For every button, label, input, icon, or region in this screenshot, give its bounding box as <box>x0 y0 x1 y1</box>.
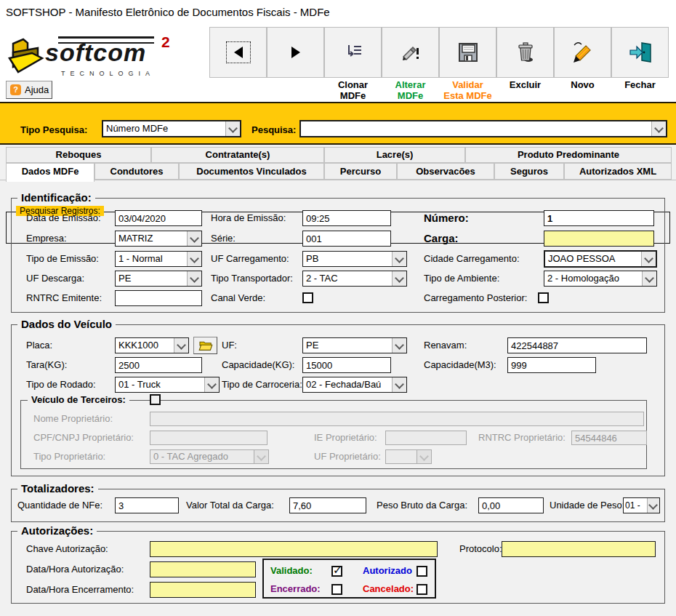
tab-seguros[interactable]: Seguros <box>494 163 564 180</box>
pesquisa-select[interactable] <box>299 120 667 137</box>
chevron-down-icon <box>254 450 268 463</box>
cancelado-checkbox[interactable] <box>417 584 427 595</box>
excluir-button[interactable] <box>496 27 554 78</box>
tab-page-border <box>0 180 676 180</box>
rntrc-proprietario-input <box>571 431 647 445</box>
serie-input[interactable] <box>302 231 391 247</box>
carregamento-posterior-checkbox[interactable] <box>538 292 549 303</box>
cancelado-label: Cancelado: <box>363 581 414 597</box>
unidade-peso-select[interactable]: 01 - <box>623 497 660 513</box>
next-record-button[interactable] <box>267 27 324 78</box>
unidade-peso-label: Unidade de Peso: <box>550 497 624 513</box>
chevron-down-icon[interactable] <box>392 252 406 266</box>
buscar-placa-button[interactable] <box>193 337 217 354</box>
chevron-down-icon[interactable] <box>392 338 406 353</box>
brand-subtitle: TECNOLOGIA <box>61 70 155 77</box>
protocolo-input[interactable] <box>502 541 656 557</box>
help-button[interactable]: ? Ajuda <box>6 81 52 99</box>
uf-carregamento-label: UF Carregamento: <box>211 251 289 267</box>
chave-autorizacao-label: Chave Autorização: <box>26 541 108 557</box>
tab-observacoes[interactable]: Observacões <box>397 163 494 180</box>
fechar-button[interactable] <box>611 27 669 78</box>
clonar-mdfe-button[interactable] <box>324 27 382 78</box>
canal-verde-checkbox[interactable] <box>302 292 313 303</box>
tipo-emissao-select[interactable]: 1 - Normal <box>115 251 202 267</box>
chevron-down-icon[interactable] <box>204 377 219 392</box>
peso-bruto-input[interactable] <box>478 497 544 513</box>
chevron-down-icon[interactable] <box>641 252 656 266</box>
open-folder-icon <box>198 340 213 351</box>
empresa-label: Empresa: <box>26 231 67 247</box>
arrow-left-icon <box>234 47 243 58</box>
validado-checkbox[interactable] <box>331 566 342 577</box>
chevron-down-icon[interactable] <box>642 271 656 286</box>
fechar-label: Fechar <box>611 79 669 90</box>
alterar-mdfe-button[interactable] <box>382 27 439 78</box>
novo-button[interactable] <box>554 27 611 78</box>
totalizadores-title: Totalizadores: <box>17 482 98 495</box>
tab-percurso[interactable]: Percurso <box>324 163 397 180</box>
uf-carregamento-select[interactable]: PB <box>302 251 407 267</box>
chevron-down-icon[interactable] <box>187 231 201 246</box>
capacidade-kg-input[interactable] <box>302 357 391 373</box>
chevron-down-icon[interactable] <box>174 338 188 353</box>
valor-total-input[interactable] <box>289 497 366 513</box>
chevron-down-icon[interactable] <box>651 121 666 136</box>
tipo-ambiente-label: Tipo de Ambiente: <box>424 271 499 287</box>
hora-emissao-input[interactable] <box>302 210 391 226</box>
tipo-carroceria-select[interactable]: 02 - Fechada/Baú <box>302 377 407 393</box>
capacidade-kg-label: Capacidade(KG): <box>222 357 294 373</box>
chevron-down-icon[interactable] <box>187 252 201 266</box>
veiculo-terceiros-checkbox[interactable] <box>150 394 161 405</box>
previous-record-button[interactable] <box>209 27 267 78</box>
tab-lacres[interactable]: Lacre(s) <box>324 147 465 163</box>
cidade-carregamento-select[interactable]: JOAO PESSOA <box>544 250 657 268</box>
veiculo-title: Dados do Veículo <box>17 318 116 331</box>
placa-select[interactable]: KKK1000 <box>115 337 189 353</box>
empresa-select[interactable]: MATRIZ <box>115 231 202 247</box>
tab-dados-mdfe[interactable]: Dados MDFe <box>6 163 94 182</box>
carga-label: Carga: <box>424 231 459 247</box>
data-emissao-input[interactable] <box>115 210 202 226</box>
chevron-down-icon[interactable] <box>392 377 406 392</box>
capacidade-m3-input[interactable] <box>507 357 596 373</box>
chevron-down-icon[interactable] <box>225 121 240 136</box>
search-band: Pesquisar Registros: Tipo Pesquisa: Núme… <box>0 102 676 145</box>
data-encerramento-input[interactable] <box>150 582 256 598</box>
chevron-down-icon[interactable] <box>647 498 659 513</box>
carga-input[interactable] <box>544 231 654 247</box>
tab-documentos-vinculados[interactable]: Documentos Vinculados <box>179 163 324 180</box>
qtd-nfe-input[interactable] <box>115 497 179 513</box>
autorizado-checkbox[interactable] <box>417 566 427 577</box>
data-autorizacao-input[interactable] <box>150 561 256 577</box>
numero-input[interactable] <box>544 210 654 226</box>
data-emissao-label: Data de Emissão: <box>26 210 101 226</box>
tipo-pesquisa-select[interactable]: Número MDFe <box>102 120 241 137</box>
renavam-input[interactable] <box>507 337 647 353</box>
help-icon: ? <box>10 84 21 95</box>
tipo-ambiente-select[interactable]: 2 - Homologação <box>544 271 657 287</box>
tab-reboques[interactable]: Reboques <box>6 147 151 163</box>
tab-condutores[interactable]: Condutores <box>94 163 179 180</box>
tab-autorizados-xml[interactable]: Autorizados XML <box>564 163 672 180</box>
pesquisa-value <box>301 121 651 136</box>
tara-input[interactable] <box>115 357 202 373</box>
chave-autorizacao-input[interactable] <box>150 541 438 557</box>
tab-contratantes[interactable]: Contratante(s) <box>151 147 324 163</box>
capacidade-m3-label: Capacidade(M3): <box>424 357 496 373</box>
tipo-carroceria-label: Tipo de Carroceria: <box>222 377 302 393</box>
identificacao-title: Identificação: <box>17 191 95 204</box>
chevron-down-icon[interactable] <box>392 271 406 286</box>
nome-proprietario-input <box>150 412 644 426</box>
chevron-down-icon[interactable] <box>187 271 201 286</box>
encerrado-checkbox[interactable] <box>331 584 342 595</box>
tipo-transportador-select[interactable]: 2 - TAC <box>302 271 407 287</box>
rntrc-emitente-input[interactable] <box>115 290 202 306</box>
uf-veiculo-select[interactable]: PE <box>302 337 407 353</box>
tipo-proprietario-label: Tipo Proprietário: <box>33 449 105 465</box>
tipo-rodado-select[interactable]: 01 - Truck <box>115 377 220 393</box>
carregamento-posterior-label: Carregamento Posterior: <box>424 290 527 306</box>
validar-mdfe-button[interactable] <box>439 27 496 78</box>
tab-produto-predominante[interactable]: Produto Predominante <box>465 147 672 163</box>
uf-descarga-select[interactable]: PE <box>115 271 202 287</box>
